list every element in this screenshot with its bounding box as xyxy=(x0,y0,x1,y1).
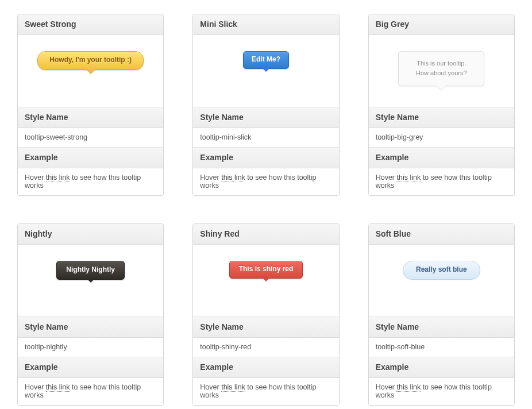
example-label: Example xyxy=(193,357,338,378)
card: Soft BlueReally soft blueStyle Nametoolt… xyxy=(368,223,515,406)
tooltip-bubble: Really soft blue xyxy=(403,261,480,280)
example-prefix: Hover xyxy=(25,173,46,182)
tooltip-preview: Nightly Nightly xyxy=(18,245,163,317)
card-title: Mini Slick xyxy=(193,14,338,35)
example-label: Example xyxy=(18,148,163,168)
tooltip-bubble: This is shiny red xyxy=(229,261,303,279)
example-link[interactable]: this link xyxy=(396,383,421,392)
tooltip-text: Edit Me? xyxy=(252,55,280,63)
style-name-label: Style Name xyxy=(18,107,163,128)
example-prefix: Hover xyxy=(376,173,397,182)
style-name-value: tooltip-soft-blue xyxy=(369,338,514,357)
tooltip-text: This is shiny red xyxy=(239,265,294,273)
tooltip-bubble: This is our tooltip.How about yours? xyxy=(398,51,484,86)
card: Sweet StrongHowdy, I'm your tooltip :)St… xyxy=(17,14,164,196)
card-title: Nightly xyxy=(18,224,163,245)
tooltip-preview: This is our tooltip.How about yours? xyxy=(369,35,514,107)
example-prefix: Hover xyxy=(376,383,397,391)
example-link[interactable]: this link xyxy=(46,383,70,392)
tooltip-text: Howdy, I'm your tooltip :) xyxy=(49,56,132,64)
tooltip-arrow-icon xyxy=(87,70,95,74)
card-title: Big Grey xyxy=(369,14,514,35)
card: Shiny RedThis is shiny redStyle Nametool… xyxy=(192,223,339,406)
card-title: Shiny Red xyxy=(193,224,338,245)
style-name-value: tooltip-nightly xyxy=(18,338,163,357)
example-link[interactable]: this link xyxy=(46,173,70,182)
example-link[interactable]: this link xyxy=(221,173,245,182)
style-name-label: Style Name xyxy=(369,317,514,338)
tooltip-bubble: Edit Me? xyxy=(243,51,289,69)
style-name-value: tooltip-big-grey xyxy=(369,128,514,148)
style-name-label: Style Name xyxy=(193,317,338,338)
tooltip-preview: Edit Me? xyxy=(193,35,338,107)
example-text: Hover this link to see how this tooltip … xyxy=(18,168,163,195)
example-link[interactable]: this link xyxy=(221,383,245,392)
example-prefix: Hover xyxy=(25,383,46,391)
tooltip-preview: Howdy, I'm your tooltip :) xyxy=(18,35,163,107)
example-prefix: Hover xyxy=(200,173,221,182)
style-name-value: tooltip-shiny-red xyxy=(193,338,338,357)
tooltip-text: This is our tooltip.How about yours? xyxy=(416,60,467,76)
example-text: Hover this link to see how this tooltip … xyxy=(369,378,514,405)
tooltip-preview: Really soft blue xyxy=(369,245,514,317)
card: Mini SlickEdit Me?Style Nametooltip-mini… xyxy=(192,14,339,196)
example-link[interactable]: this link xyxy=(396,173,421,182)
style-name-value: tooltip-mini-slick xyxy=(193,128,338,148)
style-name-value: tooltip-sweet-strong xyxy=(18,128,163,148)
example-label: Example xyxy=(18,357,163,378)
tooltip-arrow-icon xyxy=(87,279,94,283)
card-title: Sweet Strong xyxy=(18,14,163,35)
example-label: Example xyxy=(369,357,514,378)
tooltip-arrow-icon xyxy=(437,86,446,90)
style-name-label: Style Name xyxy=(193,107,338,128)
style-name-label: Style Name xyxy=(18,317,163,338)
example-text: Hover this link to see how this tooltip … xyxy=(193,168,338,195)
style-name-label: Style Name xyxy=(369,107,514,128)
tooltip-bubble: Howdy, I'm your tooltip :) xyxy=(37,51,144,70)
card-title: Soft Blue xyxy=(369,224,514,245)
tooltip-arrow-icon xyxy=(263,68,269,72)
example-label: Example xyxy=(193,148,338,168)
example-label: Example xyxy=(369,148,514,168)
tooltip-text: Really soft blue xyxy=(416,265,467,273)
tooltip-arrow-icon xyxy=(263,278,269,281)
example-text: Hover this link to see how this tooltip … xyxy=(193,378,338,405)
example-prefix: Hover xyxy=(200,383,221,391)
example-text: Hover this link to see how this tooltip … xyxy=(369,168,514,195)
tooltip-text: Nightly Nightly xyxy=(66,265,115,273)
tooltip-preview: This is shiny red xyxy=(193,245,338,317)
card: Big GreyThis is our tooltip.How about yo… xyxy=(368,14,515,196)
card: NightlyNightly NightlyStyle Nametooltip-… xyxy=(17,223,164,406)
example-text: Hover this link to see how this tooltip … xyxy=(18,378,163,405)
tooltip-bubble: Nightly Nightly xyxy=(56,261,125,280)
